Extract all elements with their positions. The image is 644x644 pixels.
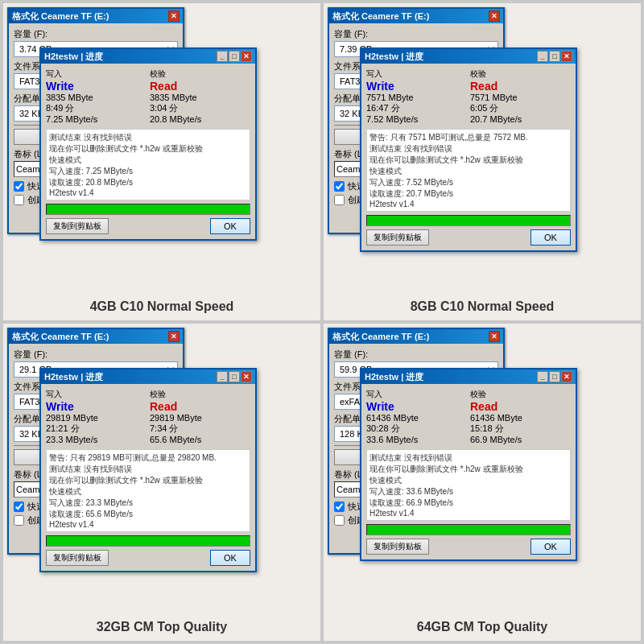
read-col: 校验 Read 7571 MByte 6:05 分 20.7 MByte/s: [470, 68, 571, 124]
write-time: 16:47 分: [366, 102, 467, 114]
format-title: 格式化 Ceamere TF (E:): [12, 10, 109, 23]
ok-btn[interactable]: OK: [530, 229, 571, 246]
h2testw-message: 测试结束 没有找到错误现在你可以删除测试文件 *.h2w 或重新校验快速模式写入…: [366, 449, 571, 521]
h2testw-btn-row: 复制到剪贴板 OK: [46, 218, 250, 234]
h2testw-dialog: H2testw | 进度 _ □ ✕ 写入 Write 61436 MByte …: [360, 368, 577, 561]
format-close-btn[interactable]: ✕: [168, 10, 180, 22]
h2testw-stats: 写入 Write 3835 MByte 8:49 分 7.25 MByte/s …: [46, 68, 250, 124]
write-col: 写入 Write 3835 MByte 8:49 分 7.25 MByte/s: [46, 68, 147, 124]
h2testw-close[interactable]: ✕: [241, 51, 252, 62]
message-line: 写入速度: 33.6 MByte/s: [369, 486, 568, 497]
write-col: 写入 Write 7571 MByte 16:47 分 7.52 MByte/s: [366, 68, 467, 124]
write-speed: 7.52 MByte/s: [366, 114, 467, 124]
read-col: 校验 Read 61436 MByte 15:18 分 66.9 MByte/s: [470, 389, 571, 444]
progress-bar-fill: [367, 525, 570, 535]
progress-bar-fill: [47, 536, 250, 546]
quickformat-checkbox[interactable]: [334, 502, 345, 512]
write-label: Write: [46, 400, 147, 413]
write-col-label: 写入: [46, 68, 147, 80]
read-label: Read: [150, 80, 250, 93]
msdos-checkbox[interactable]: [334, 515, 345, 526]
message-line: H2testv v1.4: [49, 188, 247, 197]
read-col-label: 校验: [470, 68, 571, 80]
h2testw-close[interactable]: ✕: [561, 51, 572, 62]
progress-bar-bg: [46, 535, 250, 547]
panel-panel2: 格式化 Ceamere TF (E:) ✕ 容量 (F): 7.39 GB 文件…: [324, 3, 641, 320]
h2testw-minimize[interactable]: _: [217, 51, 228, 62]
h2testw-maximize[interactable]: □: [549, 371, 560, 382]
panel-panel1: 格式化 Ceamere TF (E:) ✕ 容量 (F): 3.74 GB 文件…: [3, 3, 320, 320]
write-col-label: 写入: [46, 389, 147, 400]
format-close-btn[interactable]: ✕: [168, 331, 180, 342]
read-mb: 7571 MByte: [470, 93, 571, 102]
read-label: Read: [470, 400, 571, 413]
panel-caption: 64GB CM Top Quality: [324, 620, 641, 634]
ok-btn[interactable]: OK: [210, 218, 250, 234]
progress-bar-bg: [366, 215, 571, 226]
read-mb: 29819 MByte: [150, 413, 250, 423]
h2testw-minimize[interactable]: _: [537, 371, 548, 382]
message-line: 快速模式: [49, 486, 247, 497]
h2testw-maximize[interactable]: □: [549, 51, 560, 62]
ok-btn[interactable]: OK: [530, 539, 571, 555]
quickformat-checkbox[interactable]: [334, 181, 345, 192]
copy-btn[interactable]: 复制到剪贴板: [46, 218, 109, 234]
message-line: 测试结束 没有找到错误: [49, 464, 247, 475]
format-titlebar: 格式化 Ceamere TF (E:) ✕: [329, 329, 503, 344]
format-titlebar: 格式化 Ceamere TF (E:) ✕: [329, 9, 503, 23]
h2testw-close[interactable]: ✕: [561, 371, 572, 382]
h2testw-minimize[interactable]: _: [537, 51, 548, 62]
h2testw-titlebar: H2testw | 进度 _ □ ✕: [361, 369, 576, 384]
msdos-checkbox[interactable]: [334, 195, 345, 205]
write-mb: 7571 MByte: [366, 93, 467, 102]
h2testw-body: 写入 Write 61436 MByte 30:28 分 33.6 MByte/…: [361, 384, 576, 559]
quickformat-checkbox[interactable]: [14, 502, 24, 512]
write-time: 8:49 分: [46, 102, 147, 114]
write-mb: 29819 MByte: [46, 413, 147, 423]
h2testw-dialog: H2testw | 进度 _ □ ✕ 写入 Write 3835 MByte 8…: [39, 47, 257, 241]
h2testw-btn-row: 复制到剪贴板 OK: [46, 550, 250, 566]
format-close-btn[interactable]: ✕: [489, 331, 500, 342]
panel-caption: 32GB CM Top Quality: [3, 620, 320, 634]
read-mb: 3835 MByte: [150, 93, 250, 102]
msdos-checkbox[interactable]: [14, 515, 24, 526]
write-mb: 3835 MByte: [46, 93, 147, 102]
read-time: 3:04 分: [150, 102, 250, 114]
quickformat-checkbox[interactable]: [14, 181, 24, 192]
format-close-btn[interactable]: ✕: [489, 10, 500, 22]
h2testw-title: H2testw | 进度: [44, 371, 103, 383]
read-col-label: 校验: [150, 389, 250, 400]
read-col-label: 校验: [470, 389, 571, 400]
h2testw-title: H2testw | 进度: [365, 51, 423, 63]
h2testw-message: 测试结束 没有找到错误现在你可以删除测试文件 *.h2w 或重新校验快速模式写入…: [46, 129, 250, 200]
copy-btn[interactable]: 复制到剪贴板: [366, 229, 429, 246]
write-speed: 7.25 MByte/s: [46, 114, 147, 124]
read-time: 6:05 分: [470, 102, 571, 114]
h2testw-body: 写入 Write 7571 MByte 16:47 分 7.52 MByte/s…: [361, 64, 576, 250]
format-title: 格式化 Ceamere TF (E:): [332, 10, 429, 23]
h2testw-minimize[interactable]: _: [217, 371, 228, 382]
h2testw-btn-row: 复制到剪贴板 OK: [366, 539, 571, 555]
write-time: 21:21 分: [46, 423, 147, 435]
h2testw-maximize[interactable]: □: [229, 371, 240, 382]
h2testw-close[interactable]: ✕: [241, 371, 252, 382]
write-label: Write: [366, 400, 467, 413]
format-title: 格式化 Ceamere TF (E:): [332, 331, 429, 343]
message-line: 写入速度: 23.3 MByte/s: [49, 497, 247, 509]
ok-btn[interactable]: OK: [210, 550, 250, 566]
write-time: 30:28 分: [366, 423, 467, 435]
format-titlebar: 格式化 Ceamere TF (E:) ✕: [9, 329, 183, 344]
h2testw-titlebar: H2testw | 进度 _ □ ✕: [361, 49, 576, 64]
h2testw-maximize[interactable]: □: [229, 51, 240, 62]
capacity-label: 容量 (F):: [14, 349, 178, 361]
write-col: 写入 Write 29819 MByte 21:21 分 23.3 MByte/…: [46, 389, 147, 444]
message-line: H2testv v1.4: [49, 520, 247, 529]
panel-caption: 4GB C10 Normal Speed: [3, 299, 320, 314]
copy-btn[interactable]: 复制到剪贴板: [46, 550, 109, 566]
capacity-label: 容量 (F):: [334, 28, 498, 40]
copy-btn[interactable]: 复制到剪贴板: [366, 539, 429, 555]
msdos-checkbox[interactable]: [14, 195, 24, 205]
h2testw-titlebar: H2testw | 进度 _ □ ✕: [41, 369, 255, 384]
h2testw-message: 警告: 只有 29819 MB可测试,总量是 29820 MB.测试结束 没有找…: [46, 449, 250, 532]
read-time: 7:34 分: [150, 423, 250, 435]
